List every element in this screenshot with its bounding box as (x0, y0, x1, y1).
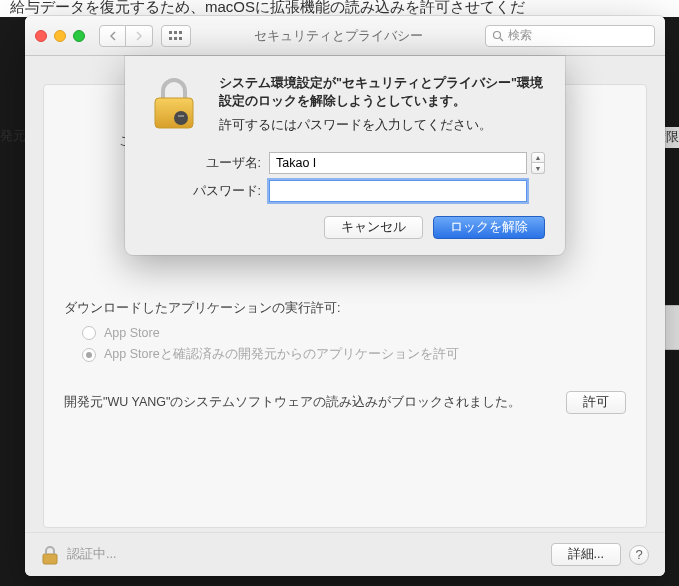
cancel-button[interactable]: キャンセル (324, 216, 423, 239)
radio-appstore[interactable] (82, 326, 96, 340)
auth-message-sub: 許可するにはパスワードを入力してください。 (219, 117, 545, 134)
svg-rect-8 (43, 554, 57, 564)
auth-dialog: システム環境設定が"セキュリティとプライバシー"環境設定のロックを解除しようとし… (125, 56, 565, 255)
username-input[interactable] (269, 152, 527, 174)
minimize-window-button[interactable] (54, 30, 66, 42)
search-input[interactable]: 検索 (485, 25, 655, 47)
password-label: パスワード: (145, 183, 269, 200)
auth-message: システム環境設定が"セキュリティとプライバシー"環境設定のロックを解除しようとし… (219, 74, 545, 134)
svg-rect-1 (174, 31, 177, 34)
svg-rect-2 (179, 31, 182, 34)
back-button[interactable] (99, 25, 126, 47)
svg-rect-0 (169, 31, 172, 34)
svg-line-7 (500, 38, 503, 41)
search-icon (492, 30, 504, 42)
stepper-up[interactable]: ▲ (531, 152, 545, 163)
lock-status-text: 認証中... (67, 546, 543, 563)
details-button[interactable]: 詳細... (551, 543, 621, 566)
show-all-button[interactable] (161, 25, 191, 47)
radio-identified-developers[interactable] (82, 348, 96, 362)
svg-rect-9 (155, 98, 193, 128)
help-button[interactable]: ? (629, 545, 649, 565)
lock-large-icon (145, 74, 203, 132)
window-controls (35, 30, 85, 42)
close-window-button[interactable] (35, 30, 47, 42)
svg-rect-3 (169, 37, 172, 40)
allow-button[interactable]: 許可 (566, 391, 626, 414)
stepper-down[interactable]: ▼ (531, 163, 545, 174)
window-toolbar: セキュリティとプライバシー 検索 (25, 16, 665, 56)
username-stepper: ▲ ▼ (531, 152, 545, 174)
svg-rect-11 (178, 115, 184, 117)
window-title: セキュリティとプライバシー (254, 27, 423, 45)
svg-point-10 (174, 111, 188, 125)
auth-message-bold: システム環境設定が"セキュリティとプライバシー"環境設定のロックを解除しようとし… (219, 74, 545, 110)
svg-rect-5 (179, 37, 182, 40)
blocked-software-row: 開発元"WU YANG"のシステムソフトウェアの読み込みがブロックされました。 … (64, 391, 626, 414)
radio-identified-row: App Storeと確認済みの開発元からのアプリケーションを許可 (82, 346, 626, 363)
search-placeholder: 検索 (508, 27, 532, 44)
svg-rect-4 (174, 37, 177, 40)
download-allow-label: ダウンロードしたアプリケーションの実行許可: (64, 300, 626, 317)
radio-appstore-row: App Store (82, 326, 626, 340)
window-footer: 認証中... 詳細... ? (25, 532, 665, 576)
svg-point-6 (494, 31, 501, 38)
background-text-left: 発元 (0, 128, 26, 145)
nav-buttons (99, 25, 153, 47)
forward-button[interactable] (126, 25, 153, 47)
background-window-title: 給与データを復元するため、macOSに拡張機能の読み込みを許可させてくだ (0, 0, 679, 17)
blocked-software-message: 開発元"WU YANG"のシステムソフトウェアの読み込みがブロックされました。 (64, 393, 548, 412)
radio-identified-label: App Storeと確認済みの開発元からのアプリケーションを許可 (104, 346, 459, 363)
unlock-button[interactable]: ロックを解除 (433, 216, 545, 239)
download-allow-group: ダウンロードしたアプリケーションの実行許可: App Store App Sto… (64, 300, 626, 363)
password-input[interactable] (269, 180, 527, 202)
lock-icon[interactable] (41, 545, 59, 565)
preferences-window: セキュリティとプライバシー 検索 このコ ダウンロードしたアプリケーションの実行… (25, 16, 665, 576)
zoom-window-button[interactable] (73, 30, 85, 42)
radio-appstore-label: App Store (104, 326, 160, 340)
username-label: ユーザ名: (145, 155, 269, 172)
